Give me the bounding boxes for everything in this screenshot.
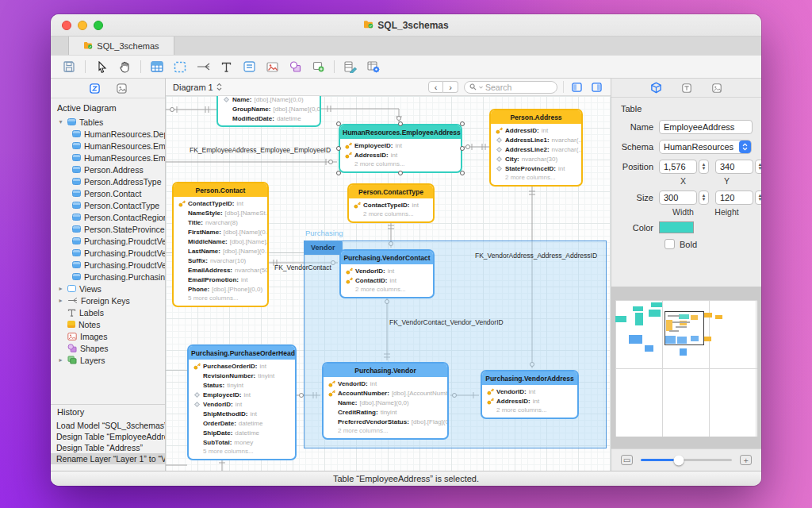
entity-person-contacttype[interactable]: Person.ContactTypeContactTypeID:int2 mor… (347, 183, 435, 223)
selection-handle[interactable] (460, 146, 465, 151)
sidebar-item-labels[interactable]: Labels (51, 306, 165, 318)
sidebar-item-table[interactable]: Person.ContactType (51, 199, 165, 211)
entity-vendor-contact[interactable]: Purchasing.VendorContactVendorID:intCont… (339, 249, 435, 298)
zoom-in-button[interactable]: ＋ (740, 455, 752, 465)
history-item[interactable]: Rename Layer “Layer 1” to “Vendor” (51, 453, 165, 464)
sidebar-item-table[interactable]: HumanResources.Depar... (51, 128, 165, 140)
new-note-icon[interactable] (242, 60, 256, 74)
search-input[interactable] (485, 83, 541, 92)
chevron-down-icon[interactable]: ▾ (57, 118, 64, 125)
zoom-button[interactable] (94, 21, 103, 30)
sidebar-item-tables[interactable]: ▾ Tables (51, 116, 165, 128)
sidebar-item-table[interactable]: Person.Contact (51, 187, 165, 199)
sidebar-item-table[interactable]: Person.AddressType (51, 175, 165, 187)
search-field[interactable] (464, 81, 557, 94)
diagram-objects-tab-icon[interactable] (87, 81, 102, 95)
new-layer-icon[interactable] (311, 60, 325, 74)
entity-employee-address[interactable]: HumanResources.EmployeeAddressEmployeeID… (339, 124, 462, 173)
position-y-field[interactable] (715, 160, 753, 174)
selection-handle[interactable] (336, 146, 341, 151)
entity-person-contact[interactable]: Person.ContactContactTypeID:intNameStyle… (172, 182, 269, 307)
diagram-overview-minimap[interactable] (615, 300, 757, 437)
chevron-right-icon[interactable]: ▸ (57, 356, 64, 364)
new-table-icon[interactable] (150, 60, 164, 74)
position-x-stepper[interactable]: ▲▼ (699, 160, 709, 174)
dropdown-chevron-icon[interactable] (739, 140, 751, 153)
bold-checkbox[interactable] (665, 239, 675, 249)
sidebar-item-notes[interactable]: Notes (51, 318, 165, 330)
selection-handle[interactable] (336, 171, 341, 175)
chevron-right-icon[interactable]: ▸ (57, 285, 64, 292)
entity-vendor-address[interactable]: Purchasing.VendorAddressVendorID:intAddr… (481, 370, 579, 419)
schema-select-value[interactable] (659, 140, 752, 154)
document-tab[interactable]: SQL_3schemas (68, 37, 174, 55)
sidebar-item-table[interactable]: Purchasing.ProudctVen... (51, 235, 165, 247)
history-item[interactable]: Design Table “EmployeeAddress” (51, 431, 165, 442)
minimap-viewport[interactable] (665, 311, 704, 345)
entity-purchase-order-header[interactable]: Purchasing.PurchaseOrderHeaderPurchaseOr… (187, 344, 297, 460)
sidebar-item-foreign-keys[interactable]: ▸Foreign Keys (51, 294, 165, 306)
media-tab-icon[interactable] (114, 81, 128, 95)
sidebar-item-views[interactable]: ▸Views (51, 283, 165, 294)
toggle-left-panel-icon[interactable] (569, 80, 584, 94)
entity-title: Person.Contact (174, 183, 267, 197)
save-icon[interactable] (62, 60, 76, 74)
minimize-button[interactable] (78, 21, 87, 30)
diagram-canvas[interactable]: Purchasing Vendor Name:[dbo].[Name](0,0)… (166, 96, 611, 471)
size-width-stepper[interactable]: ▲▼ (699, 190, 709, 205)
zoom-slider[interactable] (641, 459, 732, 461)
new-shape-icon[interactable] (288, 60, 302, 74)
table-icon (67, 118, 76, 125)
entity-department[interactable]: Name:[dbo].[Name](0,0)GroupName:[dbo].[N… (216, 96, 321, 127)
layer-tab-vendor[interactable]: Vendor (304, 241, 343, 255)
sidebar-item-table[interactable]: Person.StateProvince (51, 223, 165, 235)
back-button[interactable]: ‹ (428, 81, 443, 93)
size-height-field[interactable] (715, 190, 753, 205)
selection-handle[interactable] (460, 171, 465, 175)
history-item[interactable]: Design Table “Address” (51, 442, 165, 453)
position-y-stepper[interactable]: ▲▼ (755, 160, 761, 174)
selection-handle[interactable] (336, 121, 341, 126)
selection-handle[interactable] (460, 121, 465, 126)
hand-icon[interactable] (117, 60, 132, 74)
schema-select[interactable] (659, 140, 752, 154)
close-button[interactable] (62, 21, 71, 30)
sidebar-item-table[interactable]: Purchasing.ProudctVen... (51, 247, 165, 259)
sidebar-item-shapes[interactable]: Shapes (51, 342, 165, 354)
entity-column-row: VendorID:int (324, 379, 447, 388)
size-width-field[interactable] (659, 190, 697, 205)
entity-person-address[interactable]: Person.AddressAddressID:intAddressLine1:… (489, 109, 583, 187)
sidebar-item-table[interactable]: HumanResources.Emplo... (51, 152, 165, 164)
sidebar-item-images[interactable]: Images (51, 330, 165, 342)
entity-vendor[interactable]: Purchasing.VendorVendorID:intAccountNumb… (322, 362, 449, 440)
sidebar-item-table[interactable]: Person.Address (51, 164, 165, 175)
zoom-out-button[interactable]: ▭ (621, 455, 633, 465)
format-tab-icon[interactable] (680, 81, 694, 95)
selection-handle[interactable] (398, 121, 403, 126)
sidebar-item-layers[interactable]: ▸Layers (51, 354, 165, 366)
new-relation-icon[interactable] (196, 60, 210, 74)
toggle-right-panel-icon[interactable] (589, 80, 603, 94)
sidebar-item-table[interactable]: HumanResources.Emplo... (51, 140, 165, 152)
marquee-select-icon[interactable] (173, 60, 187, 74)
sidebar-item-table[interactable]: Purchasing.ProudctVen... (51, 259, 165, 271)
color-swatch[interactable] (659, 221, 694, 233)
zoom-slider-thumb[interactable] (674, 455, 684, 465)
cursor-icon[interactable] (94, 60, 109, 74)
position-x-field[interactable] (659, 160, 697, 174)
model-options-icon[interactable] (366, 60, 381, 74)
name-field[interactable] (659, 120, 753, 134)
forward-button[interactable]: › (443, 81, 458, 93)
size-height-stepper[interactable]: ▲▼ (755, 190, 761, 205)
history-item[interactable]: Load Model “SQL_3schemas” (51, 420, 165, 431)
sidebar-item-table[interactable]: Person.ContactRegion (51, 211, 165, 223)
diagram-selector[interactable]: Diagram 1 (173, 83, 222, 92)
new-label-icon[interactable] (219, 60, 233, 74)
new-image-icon[interactable] (265, 60, 279, 74)
design-table-icon[interactable] (343, 60, 358, 74)
properties-tab-icon[interactable] (649, 81, 664, 95)
image-tab-icon[interactable] (710, 81, 724, 95)
selection-handle[interactable] (398, 171, 403, 175)
chevron-right-icon[interactable]: ▸ (57, 297, 64, 304)
sidebar-item-table[interactable]: Purchasing.Purchasing... (51, 271, 165, 283)
